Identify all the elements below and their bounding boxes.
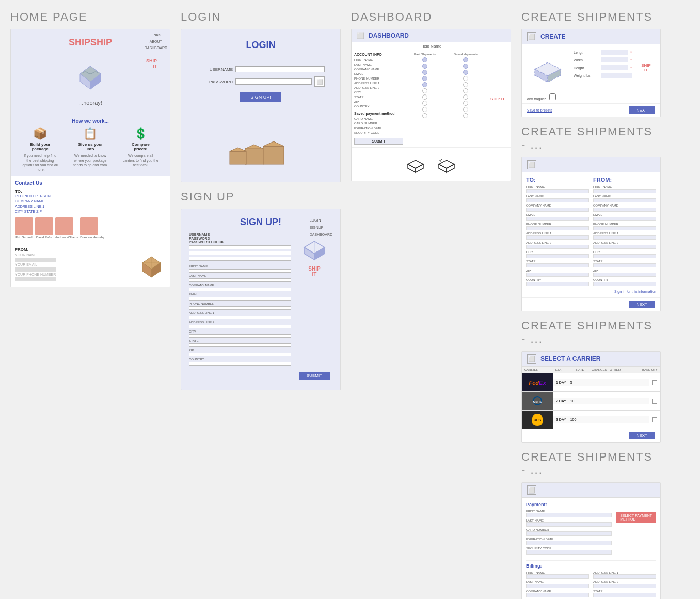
create-length-input[interactable] xyxy=(601,50,628,55)
fedex-checkbox[interactable] xyxy=(652,380,657,385)
payment-expiry-input[interactable] xyxy=(526,541,612,545)
from-company-input[interactable] xyxy=(593,208,656,212)
dollar-icon: 💲 xyxy=(122,127,158,140)
ups-eta: 3 DAY xyxy=(556,418,566,421)
hp-from-email-input[interactable] xyxy=(15,267,56,272)
signup-state-input[interactable] xyxy=(189,343,291,347)
login-icon-box: ⬜ xyxy=(314,76,325,87)
svg-rect-13 xyxy=(230,151,246,164)
from-email-input[interactable] xyxy=(593,217,656,221)
billing-state-input[interactable] xyxy=(593,593,656,597)
to-zip-input[interactable] xyxy=(526,273,589,277)
signup-zip-input[interactable] xyxy=(189,353,291,356)
select-payment-method-button[interactable]: SELECT PAYMENTMETHOD xyxy=(616,512,656,523)
checklist-icon: 📋 xyxy=(72,127,108,140)
to-email-input[interactable] xyxy=(526,217,589,221)
from-state-input[interactable] xyxy=(593,263,656,267)
svg-marker-22 xyxy=(439,160,454,168)
signup-country-input[interactable] xyxy=(189,362,291,366)
to-state-input[interactable] xyxy=(526,263,589,267)
signup-phone-input[interactable] xyxy=(189,306,291,310)
to-address2-input[interactable] xyxy=(526,245,589,249)
hp-package-3d xyxy=(135,247,166,278)
payment-firstname-input[interactable] xyxy=(526,513,612,517)
to-address1-input[interactable] xyxy=(526,235,589,240)
carrier-ups-row[interactable]: UPS 3 DAY 100 xyxy=(522,411,660,429)
billing-company-input[interactable] xyxy=(526,593,589,597)
create-next-button-2[interactable]: NEXT xyxy=(629,301,655,308)
dashboard-account-label: ACCOUNT INFO xyxy=(354,53,403,56)
create-next-button-3[interactable]: NEXT xyxy=(629,432,655,439)
usps-checkbox[interactable] xyxy=(652,399,657,404)
signup-icons-section: SHIPIT xyxy=(296,233,332,367)
dashboard-edit-button[interactable]: SUBMIT xyxy=(354,138,403,145)
to-company-input[interactable] xyxy=(526,208,589,212)
from-phone-input[interactable] xyxy=(593,226,656,230)
from-city-input[interactable] xyxy=(593,254,656,258)
from-zip-input[interactable] xyxy=(593,273,656,277)
signup-email-input[interactable] xyxy=(189,297,291,301)
to-country-input[interactable] xyxy=(526,282,589,286)
login-password-input[interactable] xyxy=(235,78,312,85)
billing-lastname-input[interactable] xyxy=(526,584,589,588)
payment-title: Payment: xyxy=(526,502,656,507)
hp-how-item-compare: 💲 Compareprices! We compare all carriers… xyxy=(122,127,158,172)
svg-marker-10 xyxy=(245,145,263,149)
hp-logo: SHIPSHIP xyxy=(19,37,162,48)
hp-from-phone-input[interactable] xyxy=(15,277,56,281)
to-lastname-input[interactable] xyxy=(526,198,589,202)
signup-lastname-input[interactable] xyxy=(189,278,291,282)
create-icon-3: ⬜ xyxy=(527,354,536,364)
signup-company-input[interactable] xyxy=(189,288,291,291)
create-width-input[interactable] xyxy=(601,57,628,62)
create-save-presets[interactable]: Save to presets xyxy=(527,108,552,112)
dashboard-box-icon-1 xyxy=(405,153,426,176)
create-next-button-1[interactable]: NEXT xyxy=(629,106,655,114)
hp-cube-svg xyxy=(70,53,111,94)
billing-address1-input[interactable] xyxy=(593,574,656,579)
create-weight-input[interactable] xyxy=(601,73,632,78)
to-phone-input[interactable] xyxy=(526,226,589,230)
signup-address1-input[interactable] xyxy=(189,316,291,319)
svg-marker-24 xyxy=(447,164,454,172)
dashboard-header-icon: ⬜ xyxy=(357,32,364,39)
signup-password-check-input[interactable] xyxy=(189,257,291,261)
create-height-input[interactable] xyxy=(601,65,628,70)
carrier-fedex-row[interactable]: FedEx 1 DAY 5 xyxy=(522,373,660,392)
billing-address2-input[interactable] xyxy=(593,584,656,588)
ups-logo-cell: UPS xyxy=(522,411,553,429)
saved-shipments-dots xyxy=(447,57,485,118)
hp-from-name-input[interactable] xyxy=(15,258,56,262)
login-username-input[interactable] xyxy=(235,66,325,72)
signup-submit-button[interactable]: SUBMIT xyxy=(299,372,330,380)
svg-rect-9 xyxy=(245,149,263,164)
signup-username-input[interactable] xyxy=(189,245,291,249)
signup-city-input[interactable] xyxy=(189,334,291,338)
carrier-usps-row[interactable]: USPS 2 DAY 10 xyxy=(522,392,660,411)
from-address2-input[interactable] xyxy=(593,245,656,249)
from-lastname-input[interactable] xyxy=(593,198,656,202)
from-address1-input[interactable] xyxy=(593,235,656,240)
to-firstname-input[interactable] xyxy=(526,189,589,193)
login-submit-button[interactable]: SIGN UP! xyxy=(240,92,281,102)
hp-info-desc: We needed to know where your package nee… xyxy=(72,153,108,167)
payment-lastname-input[interactable] xyxy=(526,522,612,527)
create-fragile-checkbox[interactable] xyxy=(549,93,556,100)
payment-cvv-input[interactable] xyxy=(526,550,612,555)
dashboard-column: DASHBOARD ⬜ DASHBOARD — Field Name ACCOU… xyxy=(351,10,511,599)
from-firstname-input[interactable] xyxy=(593,189,656,193)
from-email-label: EMAIL xyxy=(593,213,656,216)
signup-password-input[interactable] xyxy=(189,251,291,255)
payment-card-input[interactable] xyxy=(526,531,612,536)
to-city-input[interactable] xyxy=(526,254,589,258)
create-dimension-fields: Length * Width * Height * xyxy=(574,50,632,86)
from-country-input[interactable] xyxy=(593,282,656,286)
tofrom-signin-link[interactable]: Sign in for this information xyxy=(526,290,656,293)
dashboard-menu-icon[interactable]: — xyxy=(499,32,505,39)
billing-firstname-input[interactable] xyxy=(526,574,589,579)
ups-checkbox[interactable] xyxy=(652,417,657,422)
signup-ship-it: SHIPIT xyxy=(296,266,332,277)
signup-firstname-input[interactable] xyxy=(189,269,291,273)
signup-address2-input[interactable] xyxy=(189,325,291,328)
dashboard-account-fields: FIRST NAMELAST NAMECOMPANY NAMEEMAILPHON… xyxy=(354,58,403,109)
